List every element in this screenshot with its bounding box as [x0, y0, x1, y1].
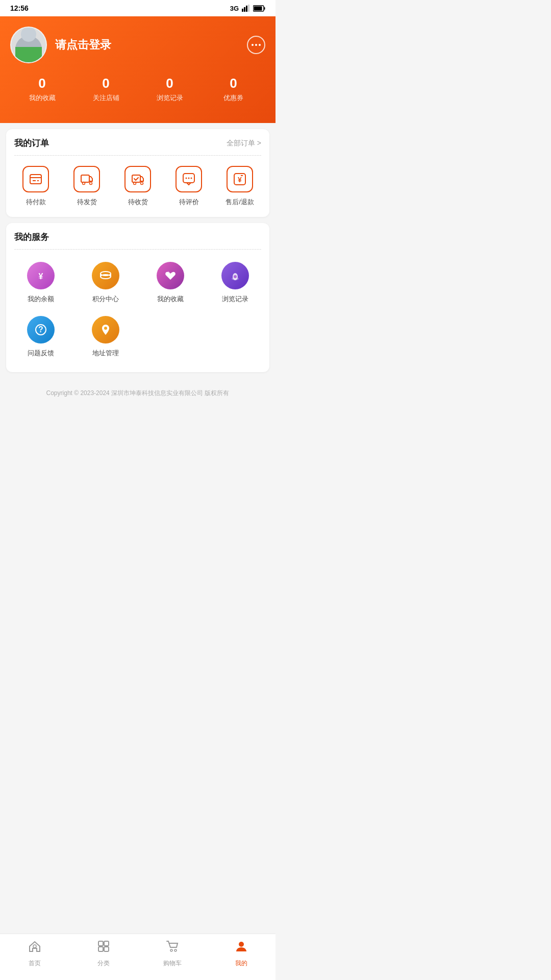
order-pending-receive[interactable]: 待收货 — [112, 166, 163, 207]
service-balance[interactable]: ¥ 我的余额 — [10, 258, 71, 308]
header-section: 请点击登录 0 我的收藏 0 关注店铺 0 浏览记录 0 优惠券 — [0, 16, 276, 123]
login-prompt[interactable]: 请点击登录 — [55, 37, 111, 53]
svg-point-20 — [191, 178, 192, 179]
header-top: 请点击登录 — [10, 27, 265, 63]
orders-card: 我的订单 全部订单 > 待付款 — [6, 129, 269, 217]
all-orders-link[interactable]: 全部订单 > — [227, 139, 261, 148]
svg-text:¥: ¥ — [38, 272, 43, 281]
avatar[interactable] — [10, 27, 47, 63]
more-button[interactable] — [247, 36, 265, 54]
svg-rect-1 — [244, 7, 245, 12]
svg-point-33 — [104, 327, 107, 330]
pending-ship-label: 待发货 — [77, 198, 97, 207]
svg-point-18 — [186, 178, 187, 179]
copyright-text: Copyright © 2023-2024 深圳市坤泰科技信息实业有限公司 版权… — [0, 378, 276, 413]
after-sale-icon: ¥ — [227, 166, 253, 192]
svg-point-12 — [83, 182, 85, 185]
svg-rect-11 — [81, 175, 89, 182]
battery-icon — [253, 5, 265, 12]
svg-rect-3 — [248, 5, 249, 12]
collect-icon — [157, 262, 184, 289]
more-dots-icon — [252, 44, 261, 46]
svg-rect-2 — [246, 6, 247, 12]
pending-receive-label: 待收货 — [128, 198, 148, 207]
order-pending-payment[interactable]: 待付款 — [10, 166, 61, 207]
pending-receive-icon — [124, 166, 151, 192]
pending-review-label: 待评价 — [179, 198, 199, 207]
order-pending-review[interactable]: 待评价 — [163, 166, 214, 207]
order-pending-ship[interactable]: 待发货 — [61, 166, 112, 207]
orders-title: 我的订单 — [14, 137, 49, 149]
svg-rect-0 — [242, 9, 243, 12]
feedback-icon: ? — [27, 316, 55, 344]
stat-优惠券[interactable]: 0 优惠券 — [202, 76, 265, 103]
history-icon — [221, 262, 249, 289]
services-header: 我的服务 — [6, 223, 269, 249]
order-after-sale[interactable]: ¥ 售后/退款 — [214, 166, 265, 207]
svg-point-16 — [141, 182, 143, 185]
balance-icon: ¥ — [27, 262, 55, 289]
svg-point-30 — [234, 275, 237, 278]
profile-info[interactable]: 请点击登录 — [10, 27, 111, 63]
points-label: 积分中心 — [92, 295, 119, 304]
pending-payment-icon — [22, 166, 49, 192]
order-icons-row: 待付款 待发货 — [6, 156, 269, 217]
address-label: 地址管理 — [92, 349, 119, 358]
address-icon — [92, 316, 119, 344]
services-title: 我的服务 — [14, 231, 49, 243]
service-points[interactable]: 积分中心 — [75, 258, 136, 308]
svg-rect-14 — [132, 175, 140, 182]
orders-header: 我的订单 全部订单 > — [6, 129, 269, 155]
svg-point-13 — [90, 182, 92, 185]
svg-rect-6 — [254, 6, 262, 10]
pending-payment-label: 待付款 — [26, 198, 46, 207]
service-feedback[interactable]: ? 问题反馈 — [10, 312, 71, 362]
svg-point-19 — [188, 178, 190, 179]
services-card: 我的服务 ¥ 我的余额 — [6, 223, 269, 372]
services-grid: ¥ 我的余额 积分中心 — [6, 250, 269, 372]
service-history[interactable]: 浏览记录 — [205, 258, 265, 308]
svg-text:?: ? — [38, 325, 43, 334]
pending-ship-icon — [73, 166, 100, 192]
svg-point-15 — [134, 182, 136, 185]
signal-text: 3G — [230, 5, 239, 12]
pending-review-icon — [176, 166, 202, 192]
history-label: 浏览记录 — [222, 295, 248, 304]
avatar-body — [15, 36, 42, 62]
points-icon — [92, 262, 119, 289]
after-sale-label: 售后/退款 — [226, 198, 254, 207]
signal-icon — [242, 5, 250, 12]
service-collect[interactable]: 我的收藏 — [140, 258, 201, 308]
status-bar: 12:56 3G — [0, 0, 276, 16]
stat-关注店铺[interactable]: 0 关注店铺 — [74, 76, 138, 103]
collect-label: 我的收藏 — [157, 295, 184, 304]
avatar-head — [21, 27, 36, 42]
status-time: 12:56 — [10, 4, 29, 12]
stat-我的收藏[interactable]: 0 我的收藏 — [10, 76, 74, 103]
feedback-label: 问题反馈 — [28, 349, 54, 358]
stat-浏览记录[interactable]: 0 浏览记录 — [138, 76, 202, 103]
status-icons: 3G — [230, 5, 265, 12]
svg-text:¥: ¥ — [238, 176, 242, 184]
svg-rect-5 — [264, 7, 265, 10]
avatar-shirt — [15, 47, 42, 62]
service-address[interactable]: 地址管理 — [75, 312, 136, 362]
stats-row: 0 我的收藏 0 关注店铺 0 浏览记录 0 优惠券 — [10, 76, 265, 103]
balance-label: 我的余额 — [28, 295, 54, 304]
svg-rect-7 — [30, 175, 41, 184]
